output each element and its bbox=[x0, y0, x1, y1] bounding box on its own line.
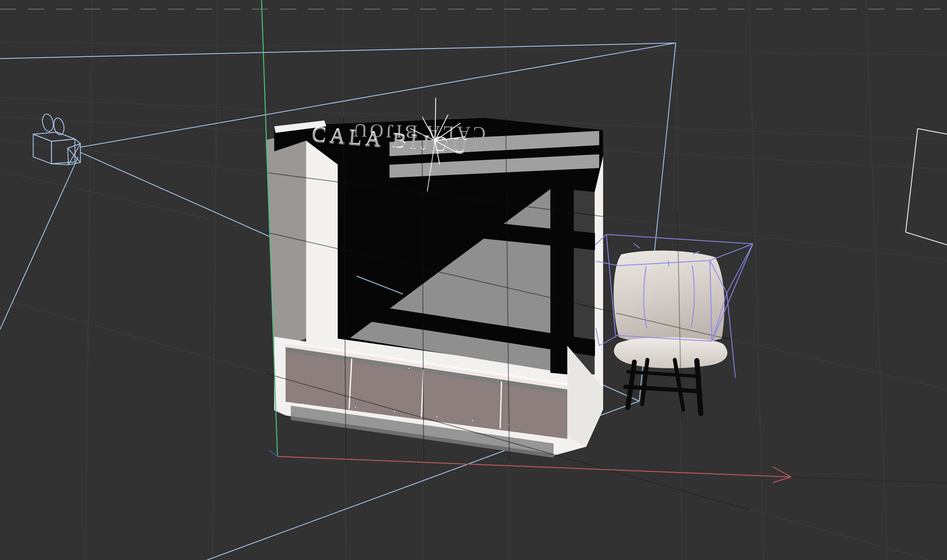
stool-seat bbox=[614, 337, 727, 368]
viewport-canvas[interactable]: CALA BIJOU CALA BIJOU CALA BIJOU bbox=[0, 0, 947, 560]
kiosk-display-counter[interactable]: CALA BIJOU CALA BIJOU CALA BIJOU bbox=[266, 98, 603, 458]
3d-viewport[interactable]: CALA BIJOU CALA BIJOU CALA BIJOU bbox=[0, 0, 947, 560]
